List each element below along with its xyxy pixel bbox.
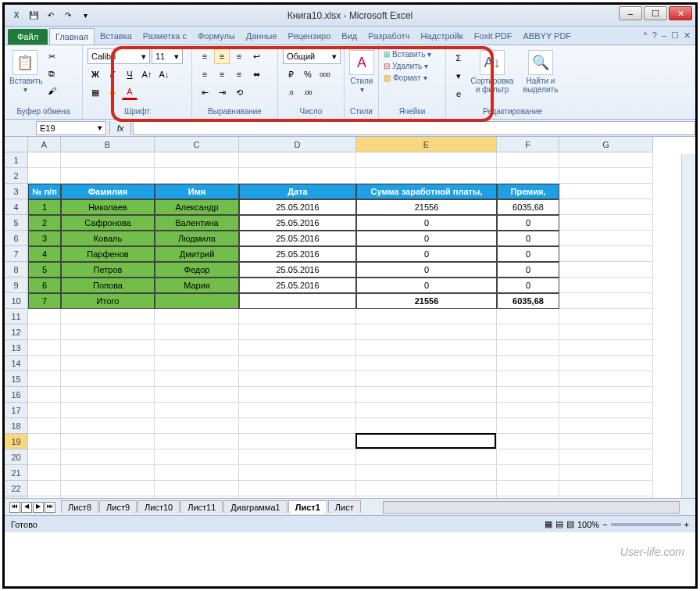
cell[interactable] <box>155 371 239 387</box>
cell[interactable]: № п/п <box>28 184 61 199</box>
cell[interactable] <box>239 450 356 465</box>
cell[interactable] <box>497 356 559 371</box>
cell[interactable]: 0 <box>356 262 497 278</box>
cell[interactable] <box>356 356 497 371</box>
cell[interactable]: 0 <box>356 215 497 231</box>
font-size-combo[interactable]: 11▾ <box>152 48 183 64</box>
tab-ABBYY PDF[interactable]: ABBYY PDF <box>518 28 577 45</box>
delete-cells[interactable]: ⊟Удалить▾ <box>384 62 431 70</box>
row-header[interactable]: 13 <box>5 340 28 356</box>
cell[interactable]: Фамилия <box>61 184 155 199</box>
align-left[interactable]: ≡ <box>197 66 212 82</box>
cell[interactable]: 25.05.2016 <box>239 262 356 278</box>
cell[interactable] <box>61 168 155 184</box>
close-button[interactable]: ✕ <box>669 6 692 20</box>
merge-cells[interactable]: ⬌ <box>248 66 264 82</box>
vertical-scrollbar[interactable] <box>681 154 695 514</box>
cell[interactable] <box>28 465 61 481</box>
cell[interactable] <box>61 418 155 434</box>
cell[interactable] <box>239 434 356 450</box>
cell[interactable] <box>155 465 239 481</box>
cell[interactable] <box>155 340 239 356</box>
cell[interactable]: 25.05.2016 <box>239 199 356 215</box>
cell[interactable] <box>239 293 356 309</box>
shrink-font-button[interactable]: A↓ <box>156 66 172 82</box>
cell[interactable] <box>61 434 155 450</box>
cell[interactable] <box>497 309 559 324</box>
cell[interactable] <box>497 450 559 465</box>
cell[interactable]: 21556 <box>356 199 497 215</box>
cell[interactable] <box>155 356 239 371</box>
select-all-button[interactable] <box>5 137 28 152</box>
align-top[interactable]: ≡ <box>197 48 212 64</box>
cell[interactable] <box>559 481 653 496</box>
cell[interactable] <box>559 278 653 293</box>
ribbon-minimize[interactable]: ^ <box>644 30 648 41</box>
col-header[interactable]: A <box>28 137 61 152</box>
col-header[interactable]: G <box>559 137 653 152</box>
cell[interactable] <box>559 371 653 387</box>
autosum-button[interactable]: Σ <box>451 50 466 66</box>
cell[interactable] <box>356 309 497 324</box>
cell[interactable] <box>61 481 155 496</box>
row-header[interactable]: 14 <box>5 356 28 371</box>
cell[interactable]: Федор <box>155 262 239 278</box>
col-header[interactable]: C <box>155 137 239 152</box>
cell[interactable]: Коваль <box>61 231 155 246</box>
view-pagebreak[interactable]: ▧ <box>566 519 574 529</box>
cell[interactable] <box>28 418 61 434</box>
italic-button[interactable]: К <box>105 66 120 82</box>
cell[interactable] <box>61 465 155 481</box>
cell[interactable]: Итого <box>61 293 155 309</box>
cell[interactable] <box>239 465 356 481</box>
cell[interactable] <box>559 152 653 168</box>
cell[interactable]: Александр <box>155 199 239 215</box>
cell[interactable] <box>497 168 559 184</box>
align-bottom[interactable]: ≡ <box>231 48 247 64</box>
underline-button[interactable]: Ч <box>122 66 138 82</box>
tab-Вставка[interactable]: Вставка <box>95 28 138 45</box>
tab-file[interactable]: Файл <box>8 29 48 45</box>
number-format-combo[interactable]: Общий▾ <box>283 48 341 64</box>
cell[interactable] <box>28 340 61 356</box>
cell[interactable] <box>28 324 61 340</box>
cell[interactable] <box>155 481 239 496</box>
qat-undo[interactable]: ↶ <box>44 9 58 23</box>
cell[interactable] <box>559 184 653 199</box>
cell[interactable] <box>61 387 155 403</box>
row-header[interactable]: 7 <box>5 246 28 262</box>
cell[interactable] <box>61 403 155 418</box>
orientation[interactable]: ⟲ <box>231 84 247 100</box>
percent-button[interactable]: % <box>300 66 316 82</box>
paste-dd[interactable]: ▾ <box>9 85 41 94</box>
row-header[interactable]: 19 <box>5 434 28 450</box>
qat-save[interactable]: 💾 <box>27 9 41 23</box>
insert-cells[interactable]: ⊞Вставить▾ <box>384 50 431 59</box>
cell[interactable] <box>239 418 356 434</box>
cell[interactable]: 25.05.2016 <box>239 231 356 246</box>
cell[interactable] <box>155 293 239 309</box>
cell[interactable]: Сафронова <box>61 215 155 231</box>
cell[interactable]: Дмитрий <box>155 246 239 262</box>
cell[interactable] <box>559 418 653 434</box>
cell[interactable] <box>559 199 653 215</box>
qat-custom[interactable]: ▾ <box>78 9 92 23</box>
cell[interactable]: Дата <box>239 184 356 199</box>
fill-button[interactable]: ▾ <box>451 68 466 84</box>
cell[interactable] <box>239 152 356 168</box>
cell[interactable] <box>356 324 497 340</box>
cell[interactable] <box>356 168 497 184</box>
align-right[interactable]: ≡ <box>231 66 247 82</box>
qat-redo[interactable]: ↷ <box>61 9 75 23</box>
cell[interactable]: 6035,68 <box>497 293 559 309</box>
sheet-tab[interactable]: Диаграмма1 <box>223 500 287 514</box>
tab-Foxit PDF[interactable]: Foxit PDF <box>469 28 518 45</box>
borders-button[interactable]: ▦ <box>88 84 103 100</box>
cell[interactable]: 2 <box>28 215 61 231</box>
cell[interactable]: 1 <box>28 199 61 215</box>
cell[interactable] <box>28 387 61 403</box>
name-box[interactable]: E19▾ <box>36 121 106 135</box>
cell[interactable]: Попова <box>61 278 155 293</box>
clear-button[interactable]: e <box>451 86 466 102</box>
col-header[interactable]: F <box>497 137 559 152</box>
